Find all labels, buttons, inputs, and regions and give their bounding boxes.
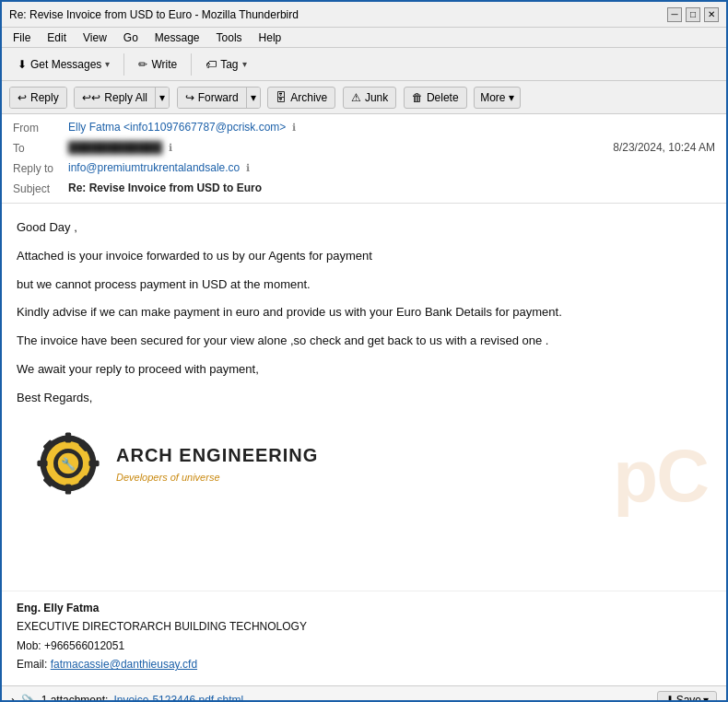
- junk-label: Junk: [365, 91, 388, 104]
- email-body: Good Day , Attached is your invoice forw…: [2, 204, 726, 591]
- forward-group: ↪ Forward ▾: [177, 87, 261, 109]
- svg-rect-6: [37, 460, 47, 465]
- reply-group: ↩ Reply: [9, 87, 67, 109]
- reply-icon: ↩: [18, 91, 27, 104]
- logo-container: 🔧 ARCH ENGINEERING Developers of univers…: [31, 427, 697, 500]
- svg-rect-4: [65, 432, 71, 442]
- body-line-6: Best Regards,: [17, 389, 711, 408]
- signature-name: Eng. Elly Fatma: [17, 599, 711, 617]
- signature-email-link[interactable]: fatmacassie@danthieusay.cfd: [51, 658, 197, 671]
- company-name: ARCH ENGINEERING: [116, 440, 318, 470]
- to-email: ████████████: [68, 141, 162, 154]
- save-icon: ⬇: [665, 694, 675, 702]
- window-title: Re: Revise Invoice from USD to Euro - Mo…: [9, 8, 667, 21]
- maximize-button[interactable]: □: [686, 7, 700, 22]
- toolbar-sep-1: [123, 53, 124, 76]
- save-label: Save: [676, 694, 701, 702]
- forward-dropdown-icon: ▾: [251, 91, 256, 104]
- attachment-bar: › 📎 1 attachment: Invoice-5123446 pdf.sh…: [2, 685, 726, 702]
- signature: Eng. Elly Fatma EXECUTIVE DIRECTORARCH B…: [2, 591, 726, 685]
- body-line-2: but we cannot process payment in USD at …: [17, 275, 711, 295]
- from-info-icon: ℹ: [292, 122, 296, 133]
- from-email[interactable]: Elly Fatma <info11097667787@pcrisk.com>: [68, 121, 286, 134]
- body-line-5: We await your reply to proceed with paym…: [17, 360, 711, 380]
- company-subtitle: Developers of universe: [116, 470, 318, 486]
- menu-bar: File Edit View Go Message Tools Help: [2, 28, 726, 48]
- forward-button[interactable]: ↪ Forward: [178, 88, 247, 108]
- reply-all-button[interactable]: ↩↩ Reply All: [75, 88, 156, 108]
- minimize-button[interactable]: ─: [667, 7, 682, 22]
- reply-all-dropdown-icon: ▾: [159, 91, 165, 104]
- tag-button[interactable]: 🏷 Tag ▾: [197, 53, 254, 76]
- email-header: From Elly Fatma <info11097667787@pcrisk.…: [2, 114, 726, 204]
- menu-file[interactable]: File: [6, 29, 38, 46]
- svg-rect-7: [88, 460, 99, 465]
- more-arrow-icon: ▾: [509, 91, 514, 104]
- signature-mob: Mob: +966566012051: [17, 637, 711, 655]
- body-line-1: Attached is your invoice forwarded to us…: [17, 247, 711, 266]
- archive-button[interactable]: 🗄 Archive: [267, 87, 335, 109]
- window-controls: ─ □ ✕: [667, 7, 719, 22]
- reply-to-email[interactable]: info@premiumtrukrentalandsale.co: [68, 161, 240, 174]
- more-label: More: [480, 91, 505, 104]
- get-messages-button[interactable]: ⬇ Get Messages ▾: [9, 53, 118, 76]
- attachment-count: 1 attachment:: [41, 694, 109, 702]
- forward-dropdown[interactable]: ▾: [247, 88, 260, 108]
- reply-all-group: ↩↩ Reply All ▾: [74, 87, 170, 109]
- action-toolbar: ↩ Reply ↩↩ Reply All ▾ ↪ Forward ▾ 🗄 Arc…: [2, 81, 726, 114]
- menu-message[interactable]: Message: [147, 29, 207, 46]
- save-dropdown-icon: ▾: [703, 694, 709, 702]
- email-date: 8/23/2024, 10:24 AM: [613, 141, 715, 154]
- get-messages-dropdown-icon: ▾: [105, 59, 110, 69]
- reply-to-value: info@premiumtrukrentalandsale.co ℹ: [68, 161, 715, 174]
- from-row: From Elly Fatma <info11097667787@pcrisk.…: [2, 118, 726, 138]
- reply-button[interactable]: ↩ Reply: [10, 88, 66, 108]
- svg-rect-5: [65, 484, 71, 494]
- reply-to-row: Reply to info@premiumtrukrentalandsale.c…: [2, 158, 726, 179]
- tag-label: Tag: [220, 58, 238, 71]
- to-label: To: [13, 141, 68, 155]
- more-button[interactable]: More ▾: [474, 87, 521, 109]
- reply-all-dropdown[interactable]: ▾: [156, 88, 169, 108]
- get-messages-label: Get Messages: [30, 58, 101, 71]
- junk-button[interactable]: ⚠ Junk: [343, 87, 396, 109]
- menu-help[interactable]: Help: [252, 29, 289, 46]
- subject-label: Subject: [13, 181, 68, 195]
- menu-view[interactable]: View: [76, 29, 114, 46]
- get-messages-icon: ⬇: [18, 58, 27, 71]
- write-icon: ✏: [138, 58, 147, 71]
- junk-icon: ⚠: [351, 91, 361, 104]
- to-value: ████████████ ℹ: [68, 141, 613, 154]
- save-button[interactable]: ⬇ Save ▾: [657, 691, 717, 702]
- menu-edit[interactable]: Edit: [40, 29, 74, 46]
- write-button[interactable]: ✏ Write: [130, 53, 185, 76]
- from-value: Elly Fatma <info11097667787@pcrisk.com> …: [68, 121, 715, 134]
- menu-go[interactable]: Go: [116, 29, 146, 46]
- forward-label: Forward: [198, 91, 239, 104]
- to-info-icon: ℹ: [169, 142, 172, 153]
- reply-label: Reply: [30, 91, 59, 104]
- attachment-icon: 📎: [21, 694, 36, 702]
- reply-to-label: Reply to: [13, 161, 68, 175]
- write-label: Write: [151, 58, 177, 71]
- expand-icon[interactable]: ›: [11, 693, 16, 702]
- menu-tools[interactable]: Tools: [209, 29, 250, 46]
- close-button[interactable]: ✕: [704, 7, 719, 22]
- reply-to-info-icon: ℹ: [246, 162, 250, 173]
- attachment-filename[interactable]: Invoice-5123446 pdf.shtml: [113, 694, 243, 702]
- signature-title: EXECUTIVE DIRECTORARCH BUILDING TECHNOLO…: [17, 617, 711, 636]
- main-toolbar: ⬇ Get Messages ▾ ✏ Write 🏷 Tag ▾: [2, 48, 726, 81]
- subject-value: Re: Revise Invoice from USD to Euro: [68, 181, 715, 194]
- reply-all-icon: ↩↩: [82, 91, 100, 104]
- tag-icon: 🏷: [205, 58, 217, 71]
- title-bar: Re: Revise Invoice from USD to Euro - Mo…: [2, 2, 726, 28]
- body-line-3: Kindly advise if we can make payment in …: [17, 303, 711, 322]
- delete-label: Delete: [427, 91, 459, 104]
- svg-text:🔧: 🔧: [61, 456, 76, 471]
- greeting: Good Day ,: [17, 218, 711, 238]
- delete-icon: 🗑: [412, 91, 423, 104]
- body-line-4: The invoice have been secured for your v…: [17, 332, 711, 351]
- delete-button[interactable]: 🗑 Delete: [404, 87, 467, 109]
- signature-email: Email: fatmacassie@danthieusay.cfd: [17, 655, 711, 673]
- reply-all-label: Reply All: [104, 91, 147, 104]
